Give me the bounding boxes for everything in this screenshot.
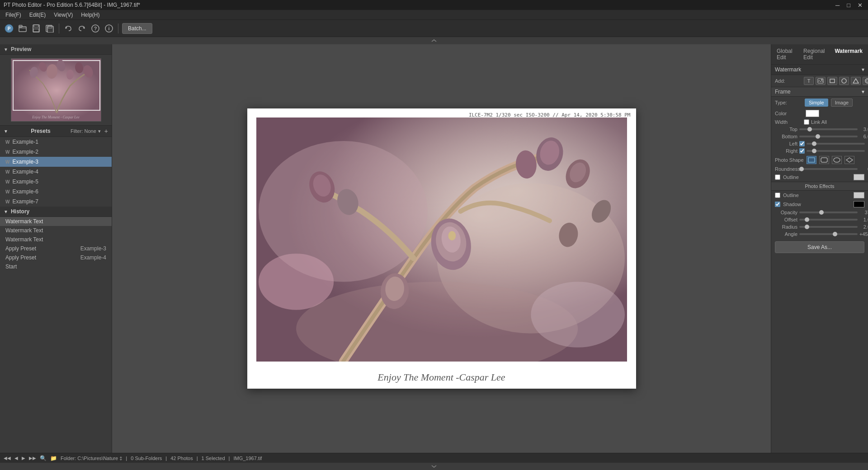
link-all-checkbox[interactable] bbox=[804, 119, 809, 125]
menu-help[interactable]: Help(H) bbox=[77, 11, 103, 19]
left-checkbox[interactable] bbox=[799, 141, 805, 146]
nav-back-icon[interactable]: ◀◀ bbox=[4, 456, 11, 461]
history-item[interactable]: Apply Preset Example-3 bbox=[0, 244, 112, 253]
outline2-checkbox[interactable] bbox=[775, 193, 780, 198]
preview-collapse-icon: ▼ bbox=[4, 47, 8, 52]
top-collapse-arrow[interactable] bbox=[0, 37, 868, 44]
maximize-button[interactable]: □ bbox=[845, 2, 852, 9]
nav-prev-icon[interactable]: ◀ bbox=[14, 456, 18, 461]
presets-filter[interactable]: Filter: None ▾ + bbox=[71, 127, 108, 135]
history-section: ▼ History Watermark Text Watermark Text … bbox=[0, 207, 112, 453]
shape-diamond-icon[interactable] bbox=[844, 156, 854, 164]
top-slider[interactable] bbox=[799, 128, 858, 130]
shape-circle-icon[interactable] bbox=[832, 156, 842, 164]
bottom-collapse-arrow[interactable] bbox=[0, 463, 868, 470]
menu-view[interactable]: View(V) bbox=[50, 11, 76, 19]
tab-regional-edit[interactable]: Regional Edit bbox=[802, 47, 831, 61]
preset-item[interactable]: WExample-5 bbox=[0, 177, 112, 187]
left-slider[interactable] bbox=[807, 143, 865, 145]
watermark-dropdown-icon[interactable]: ▾ bbox=[862, 66, 864, 73]
preset-item[interactable]: WExample-6 bbox=[0, 187, 112, 197]
opacity-slider[interactable] bbox=[799, 212, 858, 213]
search-icon[interactable]: 🔍 bbox=[40, 455, 47, 461]
right-checkbox[interactable] bbox=[799, 148, 805, 154]
history-item[interactable]: Watermark Text bbox=[0, 217, 112, 226]
outline-checkbox[interactable] bbox=[775, 174, 780, 180]
redo-icon[interactable] bbox=[76, 23, 87, 34]
frame-section-header[interactable]: Frame ▾ bbox=[771, 87, 868, 97]
toolbar-separator-2 bbox=[118, 24, 118, 33]
color-label: Color bbox=[775, 111, 802, 116]
type-image-button[interactable]: Image bbox=[831, 99, 853, 107]
save-all-icon[interactable] bbox=[44, 23, 55, 34]
frame-label: Frame bbox=[775, 89, 791, 95]
menu-file[interactable]: File(F) bbox=[2, 11, 25, 19]
save-as-button[interactable]: Save As... bbox=[775, 241, 864, 253]
add-circle-icon[interactable] bbox=[839, 77, 849, 85]
sub-folders-count: 0 Sub-Folders bbox=[131, 456, 162, 461]
preset-item[interactable]: WExample-7 bbox=[0, 197, 112, 207]
svg-point-46 bbox=[259, 254, 334, 310]
add-image-icon[interactable] bbox=[816, 77, 826, 85]
outline-color-swatch[interactable] bbox=[854, 174, 864, 180]
shadow-color-swatch[interactable] bbox=[854, 201, 864, 207]
nav-next-icon[interactable]: ▶ bbox=[22, 456, 25, 461]
menu-edit[interactable]: Edit(E) bbox=[26, 11, 50, 19]
right-slider[interactable] bbox=[807, 150, 865, 152]
shape-rounded-rect-icon[interactable] bbox=[819, 156, 829, 164]
tab-global-edit[interactable]: Global Edit bbox=[775, 47, 800, 61]
angle-slider[interactable] bbox=[799, 233, 858, 235]
link-all-label: Link All bbox=[811, 119, 827, 125]
save-icon[interactable] bbox=[31, 23, 42, 34]
titlebar-controls: ─ □ ✕ bbox=[834, 2, 864, 9]
preview-area: Enjoy The Moment - Caspar Lee bbox=[0, 55, 112, 126]
titlebar: PT Photo Editor - Pro Edition 5.6.7[64Bi… bbox=[0, 0, 868, 10]
history-item[interactable]: Watermark Text bbox=[0, 226, 112, 235]
add-text-icon[interactable]: T bbox=[804, 77, 814, 85]
frame-dropdown-icon[interactable]: ▾ bbox=[862, 89, 864, 95]
outline2-color-swatch[interactable] bbox=[854, 192, 864, 198]
offset-slider[interactable] bbox=[799, 219, 858, 221]
roundness-value: 0 bbox=[859, 166, 868, 172]
add-preset-icon[interactable]: + bbox=[104, 127, 108, 135]
type-simple-button[interactable]: Simple bbox=[805, 99, 828, 107]
preset-item[interactable]: WExample-2 bbox=[0, 147, 112, 157]
add-star-icon[interactable] bbox=[863, 77, 868, 85]
bottom-slider[interactable] bbox=[799, 136, 858, 137]
preview-section-header[interactable]: ▼ Preview bbox=[0, 44, 112, 55]
close-button[interactable]: ✕ bbox=[856, 2, 864, 9]
preset-item[interactable]: WExample-1 bbox=[0, 137, 112, 147]
undo-icon[interactable] bbox=[63, 23, 74, 34]
history-item[interactable]: Watermark Text bbox=[0, 235, 112, 244]
shadow-checkbox[interactable] bbox=[775, 202, 780, 207]
history-item[interactable]: Apply Preset Example-4 bbox=[0, 253, 112, 262]
roundness-slider[interactable] bbox=[799, 168, 858, 170]
color-swatch[interactable] bbox=[806, 110, 819, 117]
svg-rect-54 bbox=[808, 158, 815, 162]
type-label: Type: bbox=[775, 100, 802, 105]
history-list: Watermark Text Watermark Text Watermark … bbox=[0, 217, 112, 453]
nav-forward-icon[interactable]: ▶▶ bbox=[29, 456, 36, 461]
info-icon[interactable]: i bbox=[104, 23, 114, 34]
right-tabs: Global Edit Regional Edit Watermark bbox=[771, 44, 868, 65]
help-icon[interactable]: ? bbox=[90, 23, 101, 34]
radius-slider[interactable] bbox=[799, 226, 858, 228]
history-header[interactable]: ▼ History bbox=[0, 207, 112, 217]
preset-item-selected[interactable]: WExample-3 bbox=[0, 157, 112, 167]
preset-list: WExample-1 WExample-2 WExample-3 WExampl… bbox=[0, 137, 112, 207]
shape-rect-active-icon[interactable] bbox=[807, 156, 816, 164]
filter-dropdown-icon[interactable]: ▾ bbox=[98, 128, 101, 134]
add-rectangle-icon[interactable] bbox=[827, 77, 837, 85]
tab-watermark[interactable]: Watermark bbox=[833, 47, 864, 61]
history-item[interactable]: Start bbox=[0, 262, 112, 271]
minimize-button[interactable]: ─ bbox=[834, 2, 841, 9]
open-file-icon[interactable] bbox=[17, 23, 28, 34]
batch-button[interactable]: Batch... bbox=[122, 23, 152, 34]
photo-canvas: ILCE-7M2 1/320 sec ISO-3200 // Apr 14, 2… bbox=[247, 108, 636, 389]
presets-header[interactable]: ▼ Presets Filter: None ▾ + bbox=[0, 126, 112, 137]
status-separator-2: | bbox=[165, 456, 167, 461]
svg-point-49 bbox=[821, 79, 823, 80]
add-row: Add: T bbox=[771, 75, 868, 87]
preset-item[interactable]: WExample-4 bbox=[0, 167, 112, 177]
add-triangle-icon[interactable] bbox=[851, 77, 861, 85]
